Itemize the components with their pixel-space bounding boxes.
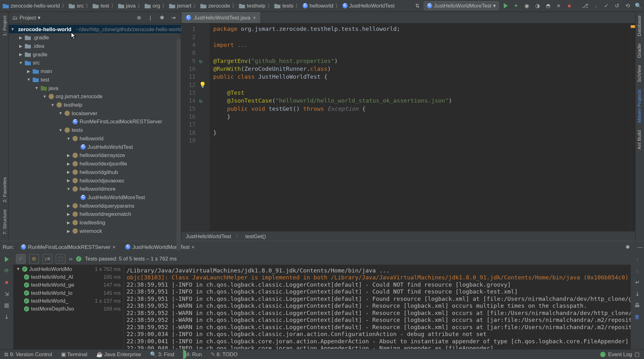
close-icon[interactable]: × (112, 244, 115, 250)
tree-row[interactable]: ▼testhelp (9, 100, 181, 109)
tool-tab-maven[interactable]: Maven Projects (636, 86, 644, 126)
stop-run-button[interactable]: ■ (3, 278, 10, 286)
error-stripe[interactable] (630, 24, 635, 231)
breadcrumb-item[interactable]: helloworld (302, 3, 334, 9)
show-ignored-button[interactable]: ⊘ (29, 254, 39, 264)
collapse-icon[interactable]: | (147, 14, 154, 22)
expand-arrow-icon[interactable]: ▼ (50, 103, 55, 107)
tree-row[interactable]: ▶helloworldjavaexec (9, 176, 181, 185)
tree-row[interactable]: ▶wiremock (9, 227, 181, 235)
status-todo[interactable]: ✎ 6: TODO (211, 351, 238, 357)
tree-row[interactable]: ▶helloworldgithub (9, 168, 181, 176)
vertical-scrollbar[interactable] (176, 38, 181, 251)
expand-arrow-icon[interactable]: ▶ (26, 69, 31, 73)
breadcrumb-item[interactable]: jsmart (168, 3, 192, 9)
breadcrumb-item[interactable]: JustHelloWorldTest (341, 3, 395, 9)
expand-arrow-icon[interactable]: ▶ (66, 229, 71, 233)
gear-icon[interactable]: ✱ (624, 243, 631, 251)
scroll-up-button[interactable]: ↑ (633, 255, 641, 263)
tool-tab-favorites[interactable]: 2: Favorites (1, 173, 8, 206)
expand-arrow-icon[interactable]: ▶ (19, 35, 23, 40)
editor-breadcrumbs[interactable]: JustHelloWorldTest 〉 testGet() (181, 231, 635, 241)
tree-row[interactable]: ▶.gradle (9, 33, 181, 42)
editor-tab-active[interactable]: JustHelloWorldTest.java × (181, 12, 261, 23)
breadcrumb-item[interactable]: testhelp (238, 3, 266, 9)
tree-row[interactable]: ▼zerocode-hello-world~/dev/http_clone/gi… (9, 25, 181, 33)
swap-icon[interactable]: ⇅ (413, 2, 421, 10)
run-button[interactable] (502, 2, 509, 10)
expand-arrow-icon[interactable]: ▶ (66, 153, 71, 157)
expand-arrow-icon[interactable]: ▶ (66, 178, 71, 182)
test-result-row[interactable]: ✓testHelloWorld_ge147 ms (13, 281, 123, 289)
git-revert-icon[interactable]: ⟲ (624, 2, 631, 10)
run-configuration-dropdown[interactable]: JustHelloWorldMoreTest ▾ (424, 1, 499, 10)
tree-row[interactable]: ▶.idea (9, 42, 181, 50)
sort-button[interactable]: ↕≡ (42, 254, 52, 264)
more-button[interactable]: ≡ (555, 2, 563, 10)
console-output[interactable]: /Library/Java/JavaVirtualMachines/jdk1.8… (124, 265, 631, 349)
expand-arrow-icon[interactable]: ▼ (35, 86, 39, 90)
tree-row[interactable]: RunMeFirstLocalMockRESTServer (9, 117, 181, 126)
profile-button[interactable]: ◑ (533, 2, 541, 10)
breadcrumb-class[interactable]: JustHelloWorldTest (186, 233, 231, 239)
test-result-row[interactable]: ✓testMoreDepthJso168 ms (13, 305, 123, 313)
tool-tab-ant[interactable]: Ant Build (636, 126, 644, 153)
tree-row[interactable]: ▶helloworldextjsonfile (9, 159, 181, 168)
expand-arrow-icon[interactable]: ▼ (42, 94, 47, 98)
scroll-to-end-button[interactable]: ⤓ (633, 290, 641, 298)
test-result-row[interactable]: ▼✓JustHelloWorldMo1 s 762 ms (13, 265, 123, 273)
hide-run-icon[interactable]: — (636, 243, 644, 251)
expand-arrow-icon[interactable]: ▼ (11, 27, 15, 31)
test-result-row[interactable]: ✓testHelloWorld_1 s 137 ms (13, 297, 123, 305)
tree-row[interactable]: ▶gradle (9, 50, 181, 59)
tree-row[interactable]: ▼java (9, 84, 181, 92)
toggle-auto-button[interactable]: ⟳ (3, 267, 10, 275)
breadcrumb-item[interactable]: zerocode-hello-world (2, 3, 61, 9)
clear-button[interactable]: 🗑 (633, 313, 641, 321)
expand-arrow-icon[interactable]: ▼ (66, 136, 71, 141)
test-result-row[interactable]: ✓testHelloWorld_lo145 ms (13, 289, 123, 297)
debug-button[interactable]: ✦ (512, 2, 520, 10)
event-log-button[interactable]: Event Log (608, 351, 632, 357)
tool-tab-structure[interactable]: 7: Structure (1, 206, 8, 238)
export-button[interactable]: ⤓ (3, 313, 10, 321)
expand-arrow-icon[interactable]: ▼ (26, 77, 31, 81)
stop-button[interactable]: ■ (565, 2, 573, 10)
search-everywhere-icon[interactable]: 🔍 (634, 2, 642, 10)
git-commit-icon[interactable]: ✓ (602, 2, 610, 10)
run-tab-1[interactable]: RunMeFirstLocalMockRESTServer× (18, 244, 118, 250)
chevron-down-icon[interactable]: ▾ (38, 14, 40, 21)
scroll-down-button[interactable]: ↓ (633, 267, 641, 275)
expand-arrow-icon[interactable]: ▼ (16, 267, 20, 271)
expand-arrow-icon[interactable]: ▶ (66, 220, 71, 225)
expand-arrow-icon[interactable]: ▶ (66, 203, 71, 208)
status-terminal[interactable]: ▣ Terminal (61, 351, 87, 357)
expand-button[interactable]: ⬚ (56, 254, 65, 264)
breadcrumb-item[interactable]: java (117, 3, 136, 9)
breadcrumb-item[interactable]: src (68, 3, 85, 9)
tree-row[interactable]: ▶helloworldqueryparams (9, 201, 181, 210)
tree-row[interactable]: JustHelloWorldMoreTest (9, 193, 181, 201)
expand-arrow-icon[interactable]: ▼ (58, 111, 63, 115)
status-javaee[interactable]: ☕ Java Enterprise (96, 351, 141, 357)
code-editor[interactable]: package org.jsmart.zerocode.testhelp.tes… (210, 24, 630, 231)
expand-arrow-icon[interactable]: ▼ (66, 187, 71, 191)
breadcrumb-item[interactable]: zerocode (199, 3, 231, 9)
expand-arrow-icon[interactable]: ▶ (66, 161, 71, 166)
tree-row[interactable]: ▼helloworld (9, 134, 181, 143)
status-indicator-icon[interactable]: ▢ (635, 351, 639, 357)
status-vcs[interactable]: ⧉ 9: Version Control (4, 351, 52, 357)
tree-row[interactable]: ▶helloworldarraysize (9, 151, 181, 160)
tree-row[interactable]: ▼helloworldmore (9, 185, 181, 193)
tree-row[interactable]: ▶loadtesting (9, 218, 181, 227)
tool-tab-database[interactable]: Database (636, 12, 644, 40)
coverage-button[interactable]: ◉ (523, 2, 531, 10)
expand-arrow-icon[interactable]: ▼ (58, 128, 63, 132)
tool-tab-sciview[interactable]: SciView (636, 62, 644, 86)
git-update-icon[interactable]: ↓ (592, 2, 600, 10)
tree-row[interactable]: ▼org.jsmart.zerocode (9, 92, 181, 101)
tree-row[interactable]: JustHelloWorldTest (9, 143, 181, 151)
test-result-tree[interactable]: ▼✓JustHelloWorldMo1 s 762 ms✓testHelloWo… (13, 265, 124, 349)
breadcrumb-method[interactable]: testGet() (245, 233, 266, 239)
locate-icon[interactable]: ⊕ (135, 14, 143, 22)
